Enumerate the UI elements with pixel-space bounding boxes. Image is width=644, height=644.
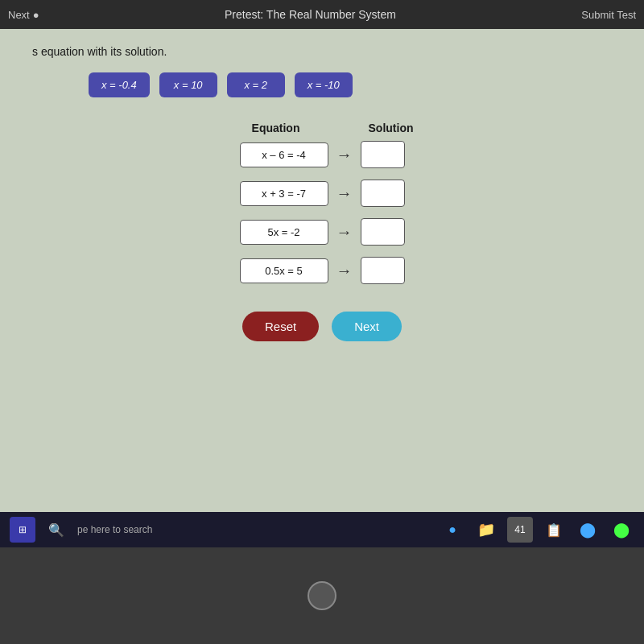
taskbar-search-text[interactable]: pe here to search: [77, 524, 431, 535]
tile-x-neg10[interactable]: x = -10: [295, 72, 353, 97]
tile-x-neg04[interactable]: x = -0.4: [89, 72, 150, 97]
power-button[interactable]: [308, 581, 336, 610]
equation-row-4: 0.5x = 5 →: [240, 257, 405, 284]
solution-drop-2[interactable]: [361, 180, 405, 207]
taskbar: ⊞ 🔍 pe here to search ● 📁 41 📋 ⬤ ⬤: [0, 512, 644, 547]
taskbar-icon5[interactable]: 📋: [541, 517, 567, 543]
equation-1: x – 6 = -4: [240, 142, 328, 167]
taskbar-icon7[interactable]: ⬤: [609, 517, 634, 543]
tile-x-10[interactable]: x = 10: [159, 72, 217, 97]
buttons-row: Reset Next: [242, 312, 402, 341]
arrow-icon-3: →: [336, 223, 353, 242]
main-content: s equation with its solution. x = -0.4 x…: [0, 29, 644, 512]
reset-button[interactable]: Reset: [242, 312, 319, 341]
monitor-bezel: [0, 547, 644, 644]
next-label: Next: [8, 9, 30, 21]
taskbar-badge: 41: [507, 517, 533, 543]
taskbar-start-icon[interactable]: ⊞: [10, 517, 35, 543]
equation-row-1: x – 6 = -4 →: [240, 141, 405, 168]
solution-drop-3[interactable]: [361, 218, 405, 246]
submit-test-button[interactable]: Submit Test: [581, 9, 636, 21]
dot-icon: ●: [33, 9, 39, 21]
equation-3: 5x = -2: [240, 220, 328, 245]
solution-drop-4[interactable]: [361, 257, 405, 284]
top-bar-next[interactable]: Next ●: [8, 9, 39, 21]
equation-row-3: 5x = -2 →: [240, 218, 405, 246]
solution-drop-1[interactable]: [361, 141, 405, 168]
arrow-icon-1: →: [336, 146, 353, 164]
tile-x-2[interactable]: x = 2: [227, 72, 285, 97]
solution-header: Solution: [369, 122, 413, 134]
arrow-icon-2: →: [336, 184, 353, 203]
taskbar-search-icon[interactable]: 🔍: [43, 517, 69, 543]
page-title: Pretest: The Real Number System: [56, 8, 566, 21]
instruction-text: s equation with its solution.: [32, 45, 167, 58]
arrow-icon-4: →: [336, 262, 353, 280]
next-button[interactable]: Next: [332, 312, 402, 341]
tiles-row: x = -0.4 x = 10 x = 2 x = -10: [89, 72, 353, 97]
taskbar-browser-icon[interactable]: ●: [440, 517, 465, 543]
top-bar: Next ● Pretest: The Real Number System S…: [0, 0, 644, 29]
taskbar-folder-icon[interactable]: 📁: [473, 517, 499, 543]
column-headers: Equation Solution: [24, 122, 620, 134]
equation-row-2: x + 3 = -7 →: [240, 180, 405, 207]
taskbar-icon6[interactable]: ⬤: [575, 517, 601, 543]
equation-2: x + 3 = -7: [240, 181, 328, 206]
equation-header: Equation: [232, 122, 320, 134]
equation-4: 0.5x = 5: [240, 258, 328, 283]
